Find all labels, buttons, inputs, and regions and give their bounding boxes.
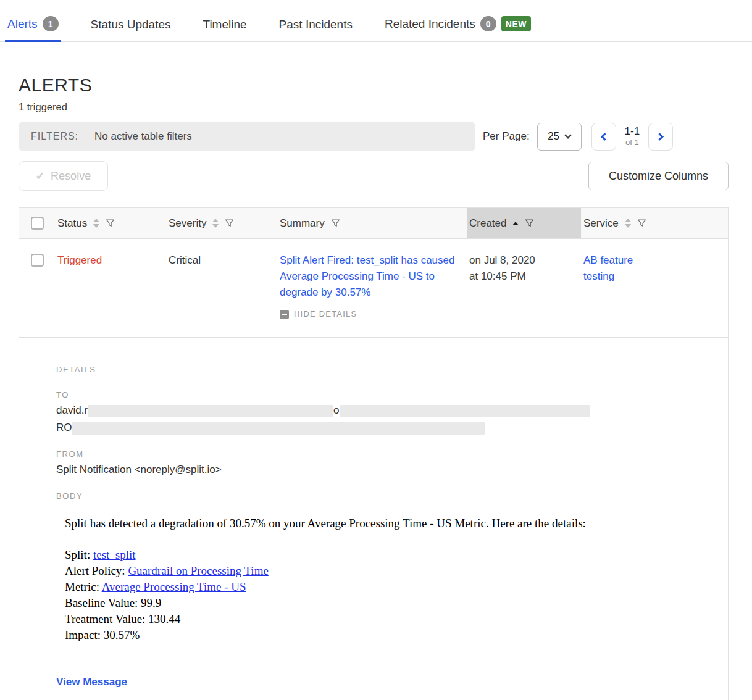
page-title: ALERTS <box>19 75 729 96</box>
filters-bar[interactable]: FILTERS: No active table filters <box>19 122 475 151</box>
chevron-right-icon <box>656 133 664 141</box>
split-link[interactable]: test_split <box>93 548 136 561</box>
filter-icon[interactable] <box>525 219 534 228</box>
chevron-down-icon <box>564 131 571 138</box>
created-time: at 10:45 PM <box>469 269 579 285</box>
column-header-status[interactable]: Status <box>55 208 166 238</box>
created-column-label: Created <box>469 217 506 230</box>
body-line-label: Split: <box>65 548 93 561</box>
column-header-summary[interactable]: Summary <box>277 208 467 238</box>
details-to-group: TO david.ro RO <box>56 390 728 436</box>
row-service-cell: AB feature testing <box>581 252 728 285</box>
sort-icon[interactable] <box>625 219 631 228</box>
sort-icon[interactable] <box>93 219 99 228</box>
resolve-button[interactable]: ✔ Resolve <box>19 161 108 191</box>
to-value-line1: david.ro <box>56 402 728 419</box>
column-header-created[interactable]: Created <box>467 208 581 238</box>
email-body: Split has detected a degradation of 30.5… <box>65 517 728 643</box>
tab-alerts-label: Alerts <box>7 17 38 31</box>
severity-column-label: Severity <box>169 217 206 230</box>
filters-value: No active table filters <box>94 130 192 143</box>
body-line-alert-policy: Alert Policy: Guardrail on Processing Ti… <box>65 563 728 579</box>
severity-value: Critical <box>169 254 201 266</box>
tab-alerts[interactable]: Alerts 1 <box>5 16 61 42</box>
row-summary-cell: Split Alert Fired: test_split has caused… <box>277 252 467 322</box>
body-line-baseline: Baseline Value: 99.9 <box>65 595 728 611</box>
chevron-left-icon <box>601 133 609 141</box>
body-line-split: Split: test_split <box>65 547 728 563</box>
prev-page-button[interactable] <box>591 123 616 151</box>
to-fragment: o <box>333 404 339 416</box>
hide-details-toggle[interactable]: HIDE DETAILS <box>280 306 464 322</box>
created-date: on Jul 8, 2020 <box>469 252 579 269</box>
sort-icon[interactable] <box>212 219 219 228</box>
tab-timeline-label: Timeline <box>203 18 247 31</box>
summary-column-label: Summary <box>280 217 325 230</box>
customize-columns-label: Customize Columns <box>609 170 708 183</box>
row-severity-cell: Critical <box>166 252 277 269</box>
per-page-label: Per Page: <box>483 130 530 143</box>
row-checkbox[interactable] <box>31 254 44 267</box>
to-fragment: RO <box>56 422 72 433</box>
summary-link[interactable]: Split Alert Fired: test_split has caused… <box>280 252 457 301</box>
body-line-impact: Impact: 30.57% <box>65 627 728 643</box>
redacted-block <box>88 405 333 417</box>
triggered-count: 1 triggered <box>19 101 729 113</box>
tab-timeline[interactable]: Timeline <box>201 18 249 42</box>
tab-related-incidents-label: Related Incidents <box>385 17 475 31</box>
header-checkbox-cell <box>19 208 55 238</box>
tab-related-incidents[interactable]: Related Incidents 0 NEW <box>382 16 533 42</box>
alert-policy-link[interactable]: Guardrail on Processing Time <box>128 564 268 577</box>
redacted-block <box>340 405 590 417</box>
row-checkbox-cell <box>19 252 55 267</box>
alert-details-panel: DETAILS TO david.ro RO FROM Split Notifi… <box>19 338 728 700</box>
row-status-cell: Triggered <box>55 252 166 269</box>
filters-label: FILTERS: <box>31 131 78 142</box>
per-page-selected-value: 25 <box>548 130 559 143</box>
per-page-group: Per Page: 25 <box>483 123 582 151</box>
filter-icon[interactable] <box>106 219 115 228</box>
service-link[interactable]: AB feature testing <box>583 252 658 285</box>
alerts-count-badge: 1 <box>43 16 59 31</box>
details-from-group: FROM Split Notification <noreply@split.i… <box>56 449 728 478</box>
per-page-select[interactable]: 25 <box>537 123 582 151</box>
related-incidents-count-badge: 0 <box>480 16 496 31</box>
to-value-line2: RO <box>56 420 728 436</box>
column-header-service[interactable]: Service <box>581 208 728 238</box>
tab-past-incidents[interactable]: Past Incidents <box>277 18 355 42</box>
body-line-metric: Metric: Average Processing Time - US <box>65 579 728 595</box>
page-range: 1-1 of 1 <box>625 125 640 148</box>
check-icon: ✔ <box>36 170 44 183</box>
filter-icon[interactable] <box>637 219 646 228</box>
customize-columns-button[interactable]: Customize Columns <box>588 162 729 190</box>
table-row: Triggered Critical Split Alert Fired: te… <box>19 239 728 338</box>
page-range-total: of 1 <box>625 138 640 148</box>
filter-icon[interactable] <box>225 219 234 228</box>
controls-row: FILTERS: No active table filters Per Pag… <box>19 122 729 151</box>
page-range-value: 1-1 <box>625 125 640 138</box>
next-page-button[interactable] <box>648 123 673 151</box>
to-fragment: david.r <box>56 404 88 416</box>
metric-link[interactable]: Average Processing Time - US <box>102 580 246 593</box>
column-header-severity[interactable]: Severity <box>166 208 277 238</box>
new-badge: NEW <box>501 16 531 31</box>
tab-status-updates-label: Status Updates <box>91 18 171 31</box>
hide-details-label: HIDE DETAILS <box>294 306 357 322</box>
from-label: FROM <box>56 449 728 459</box>
body-line-label: Alert Policy: <box>65 564 128 577</box>
filter-icon[interactable] <box>331 219 340 228</box>
resolve-button-label: Resolve <box>51 170 91 183</box>
pagination: 1-1 of 1 <box>591 123 674 151</box>
sort-ascending-icon[interactable] <box>512 222 519 225</box>
service-column-label: Service <box>583 217 619 230</box>
tab-status-updates[interactable]: Status Updates <box>88 18 173 42</box>
select-all-checkbox[interactable] <box>31 217 44 230</box>
view-message-link[interactable]: View Message <box>56 676 127 688</box>
body-intro: Split has detected a degradation of 30.5… <box>65 517 728 530</box>
row-created-cell: on Jul 8, 2020 at 10:45 PM <box>467 252 581 285</box>
status-value: Triggered <box>57 254 102 266</box>
details-divider <box>56 662 728 662</box>
actions-row: ✔ Resolve Customize Columns <box>19 161 729 191</box>
details-title: DETAILS <box>56 365 728 374</box>
status-column-label: Status <box>57 217 87 230</box>
